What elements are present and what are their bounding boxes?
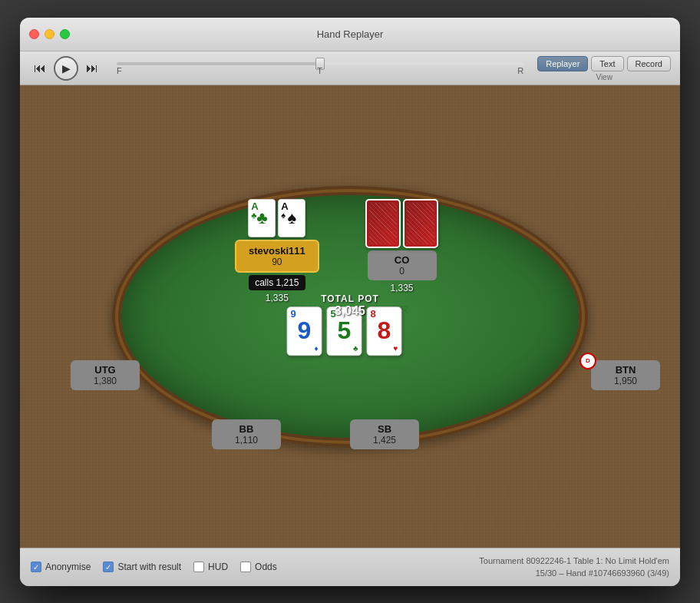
game-area: POKERCRUNCHER REPLAYER 9 9 ♦ 5 5 ♣ xyxy=(20,85,680,548)
transport-controls: ⏮ ▶ ⏭ xyxy=(29,56,103,81)
replayer-button[interactable]: Replayer xyxy=(537,56,588,71)
card-3-suit-bottom: ♥ xyxy=(394,344,398,353)
toolbar: ⏮ ▶ ⏭ F T R Replayer Text Record View xyxy=(20,51,680,85)
anonymise-label: Anonymise xyxy=(45,562,91,572)
card-1-suit-bottom: ♦ xyxy=(314,344,318,353)
co-bet: 1,335 xyxy=(390,283,413,293)
co-name: CO xyxy=(380,254,424,266)
text-button[interactable]: Text xyxy=(591,56,623,71)
btn-name: BTN xyxy=(603,364,648,376)
skip-forward-button[interactable]: ⏭ xyxy=(81,58,103,79)
hero-stack: 90 xyxy=(249,257,305,267)
btn-stack: 1,950 xyxy=(603,376,648,386)
co-card-2 xyxy=(403,199,438,248)
view-buttons: Replayer Text Record View xyxy=(537,56,671,81)
table-felt: POKERCRUNCHER REPLAYER 9 9 ♦ 5 5 ♣ xyxy=(112,186,588,447)
bb-name: BB xyxy=(224,423,269,435)
skip-back-button[interactable]: ⏮ xyxy=(29,58,51,79)
pot-label: TOTAL POT xyxy=(321,293,379,303)
utg-stack: 1,380 xyxy=(83,376,127,386)
bb-seat: BB 1,110 xyxy=(212,419,281,449)
co-seat: CO 0 1,335 xyxy=(365,199,438,293)
bb-seat-box: BB 1,110 xyxy=(212,419,281,449)
slider-label-t: T xyxy=(317,66,322,75)
hero-hole-cards: A ♣ ♣ A ♠ ♠ xyxy=(248,199,305,237)
slider-label-f: F xyxy=(117,66,122,75)
record-button[interactable]: Record xyxy=(627,56,671,71)
maximize-button[interactable] xyxy=(60,29,70,39)
co-stack: 0 xyxy=(380,266,424,277)
sb-seat-box: SB 1,425 xyxy=(350,419,419,449)
hud-checkbox-box[interactable] xyxy=(193,562,204,572)
co-hole-cards xyxy=(365,199,438,248)
utg-name: UTG xyxy=(83,364,127,376)
hud-label: HUD xyxy=(208,562,228,572)
pot-amount: 3,045 xyxy=(321,303,379,317)
card-3-center: 8 xyxy=(378,316,391,345)
hero-action: calls 1,215 xyxy=(249,275,305,290)
odds-checkbox[interactable]: Odds xyxy=(240,562,277,572)
hero-card-1-center: ♣ xyxy=(256,208,267,228)
view-label: View xyxy=(596,73,612,81)
bb-stack: 1,110 xyxy=(224,435,269,446)
hero-seat-box: stevoski111 90 xyxy=(235,240,319,273)
progress-slider-container: F T R xyxy=(117,62,523,75)
tournament-line1: Tournament 80922246-1 Table 1: No Limit … xyxy=(479,555,669,568)
hero-card-1: A ♣ ♣ xyxy=(248,199,276,237)
window-title: Hand Replayer xyxy=(317,28,384,40)
community-card-1: 9 9 ♦ xyxy=(287,306,322,356)
card-1-center: 9 xyxy=(298,316,312,345)
sb-seat: SB 1,425 xyxy=(350,419,419,449)
pot-info: TOTAL POT 3,045 xyxy=(321,293,379,317)
traffic-lights xyxy=(29,29,70,39)
anonymise-checkbox[interactable]: ✓ Anonymise xyxy=(31,562,91,572)
tournament-info: Tournament 80922246-1 Table 1: No Limit … xyxy=(479,555,669,580)
checkboxes-container: ✓ Anonymise ✓ Start with result HUD Odds xyxy=(31,562,277,572)
hero-seat: A ♣ ♣ A ♠ ♠ stevoski111 90 calls 1,215 1… xyxy=(235,199,319,303)
hero-bet: 1,335 xyxy=(266,293,289,303)
title-bar: Hand Replayer xyxy=(20,18,680,51)
minimize-button[interactable] xyxy=(45,29,54,39)
anonymise-checkbox-box[interactable]: ✓ xyxy=(31,562,41,572)
card-2-suit-bottom: ♣ xyxy=(353,344,358,353)
start-with-result-checkbox-box[interactable]: ✓ xyxy=(103,562,114,572)
co-seat-box: CO 0 xyxy=(368,250,437,280)
card-1-rank: 9 xyxy=(291,309,296,319)
play-button[interactable]: ▶ xyxy=(54,56,78,81)
utg-seat-box: UTG 1,380 xyxy=(71,360,140,390)
hero-card-2: A ♠ ♠ xyxy=(278,199,305,237)
utg-seat: UTG 1,380 xyxy=(71,360,140,390)
sb-stack: 1,425 xyxy=(362,435,407,446)
close-button[interactable] xyxy=(29,29,39,39)
slider-label-r: R xyxy=(517,66,523,75)
btn-seat-box: BTN 1,950 xyxy=(591,360,660,390)
hero-card-2-suit: ♠ xyxy=(281,211,286,220)
hero-card-2-center: ♠ xyxy=(288,208,297,228)
start-with-result-label: Start with result xyxy=(117,562,181,572)
slider-labels: F T R xyxy=(117,66,523,75)
card-2-center: 5 xyxy=(338,316,352,345)
odds-label: Odds xyxy=(255,562,277,572)
sb-name: SB xyxy=(362,423,407,435)
start-with-result-checkbox[interactable]: ✓ Start with result xyxy=(103,562,181,572)
progress-slider[interactable] xyxy=(117,62,523,65)
main-window: Hand Replayer ⏮ ▶ ⏭ F T R Replayer Text … xyxy=(20,18,680,586)
co-card-1 xyxy=(365,199,401,248)
odds-checkbox-box[interactable] xyxy=(240,562,251,572)
hud-checkbox[interactable]: HUD xyxy=(193,562,228,572)
hero-name: stevoski111 xyxy=(249,245,305,257)
tournament-line2: 15/30 – Hand #10746693960 (3/49) xyxy=(479,567,669,580)
view-btn-row: Replayer Text Record xyxy=(537,56,671,71)
bottom-bar: ✓ Anonymise ✓ Start with result HUD Odds… xyxy=(20,548,680,586)
dealer-button: D xyxy=(579,353,596,369)
btn-seat: BTN 1,950 D xyxy=(591,360,660,390)
